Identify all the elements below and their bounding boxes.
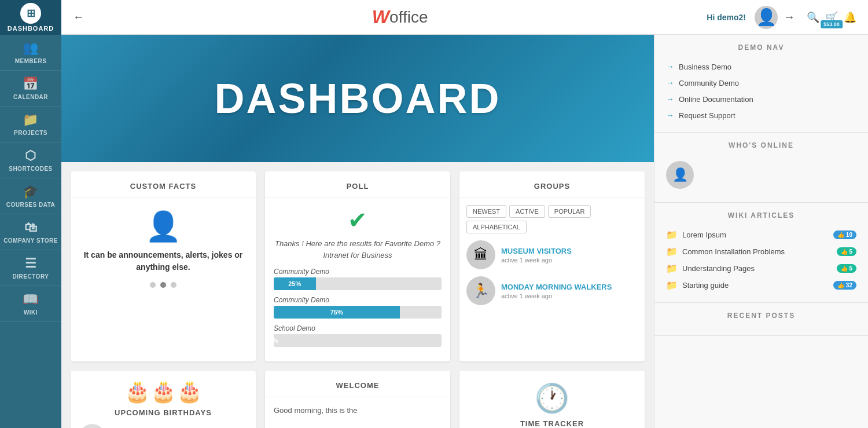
time-tracker-body: 🕐 TIME TRACKER	[459, 371, 645, 428]
folder-icon-pages: 📁	[666, 263, 678, 274]
sidebar-label-projects: PROJECTS	[14, 130, 47, 136]
demo-nav-online-docs[interactable]: → Online Documentation	[666, 91, 856, 107]
wiki-label-install: Common Installation Problems	[682, 247, 832, 256]
poll-card: POLL ✔ Thanks ! Here are the results for…	[265, 171, 450, 361]
right-panel: DEMO NAV → Business Demo → Community Dem…	[654, 35, 868, 428]
demo-nav-community[interactable]: → Community Demo	[666, 75, 856, 91]
online-user-avatar: 👤	[666, 161, 694, 189]
poll-option-3-label: School Demo	[274, 324, 442, 332]
birthday-avatar-oliver: 👤	[79, 424, 105, 428]
group-name-walkers[interactable]: MONDAY MORNING WALKERS	[501, 283, 612, 291]
wiki-icon: 📖	[23, 292, 39, 307]
dashboard-logo-icon: ⊞	[20, 3, 41, 24]
wiki-item-install[interactable]: 📁 Common Installation Problems 👍 5	[666, 243, 856, 260]
sidebar-item-shortcodes[interactable]: ⬡ SHORTCODES	[0, 142, 61, 178]
wiki-item-starting[interactable]: 📁 Starting guide 👍 32	[666, 277, 856, 294]
time-tracker-title: TIME TRACKER	[520, 419, 584, 428]
groups-tab-newest[interactable]: NEWEST	[466, 205, 506, 218]
birthdays-title: UPCOMING BIRTHDAYS	[115, 408, 212, 417]
logo-w: W	[372, 6, 389, 28]
custom-facts-body: 👤 It can be announcements, alerts, jokes…	[71, 198, 256, 299]
back-button[interactable]: ←	[73, 10, 84, 24]
demo-nav-title: DEMO NAV	[666, 43, 856, 52]
sidebar-label-calendar: CALENDAR	[13, 94, 48, 100]
poll-bar-fill-1: 25%	[274, 277, 316, 290]
group-name-museum[interactable]: MUSEUM VISITORS	[501, 247, 572, 255]
group-status-museum: active 1 week ago	[501, 257, 572, 264]
recent-posts-title: RECENT POSTS	[666, 312, 856, 320]
wiki-label-starting: Starting guide	[682, 281, 829, 290]
search-icon[interactable]: 🔍	[807, 11, 819, 24]
projects-icon: 📁	[23, 112, 39, 127]
group-item-museum: 🏛 MUSEUM VISITORS active 1 week ago	[466, 240, 638, 269]
online-user: 👤	[666, 156, 856, 193]
demo-nav-label-community: Community Demo	[679, 79, 739, 87]
sidebar-item-company-store[interactable]: 🛍 COMPANY STORE	[0, 214, 61, 250]
wiki-label-lorem: Lorem Ipsum	[682, 231, 829, 239]
sidebar-item-members[interactable]: 👥 MEMBERS	[0, 35, 61, 71]
welcome-text: Good morning, this is the	[274, 406, 442, 415]
poll-option-1-label: Community Demo	[274, 268, 442, 276]
poll-option-2-label: Community Demo	[274, 296, 442, 304]
demo-nav-label-support: Request Support	[679, 111, 735, 120]
sidebar-item-projects[interactable]: 📁 PROJECTS	[0, 107, 61, 142]
topbar-username: demo2!	[717, 13, 746, 22]
dashboard-title: DASHBOARD	[215, 75, 501, 122]
sidebar-label-directory: DIRECTORY	[13, 273, 49, 280]
custom-facts-header: CUSTOM FACTS	[71, 171, 256, 198]
arrow-icon-community: →	[666, 78, 674, 87]
whos-online-title: WHO'S ONLINE	[666, 141, 856, 149]
sidebar-item-directory[interactable]: ☰ DIRECTORY	[0, 250, 61, 286]
bell-icon[interactable]: 🔔	[844, 11, 856, 24]
welcome-body: Good morning, this is the	[265, 397, 450, 423]
birthday-cake-icon: 🎂🎂🎂	[124, 379, 203, 404]
fact-dot-2[interactable]	[160, 282, 166, 288]
group-info-walkers: MONDAY MORNING WALKERS active 1 week ago	[501, 283, 612, 299]
sidebar-item-wiki[interactable]: 📖 WIKI	[0, 286, 61, 322]
topbar-right: Hi demo2! 👤	[707, 6, 778, 29]
wiki-articles-title: WIKI ARTICLES	[666, 211, 856, 220]
poll-header: POLL	[265, 171, 450, 198]
poll-body: ✔ Thanks ! Here are the results for Favo…	[265, 198, 450, 361]
demo-nav-label-docs: Online Documentation	[679, 95, 753, 104]
shortcodes-icon: ⬡	[25, 148, 36, 163]
groups-tabs: NEWEST ACTIVE POPULAR ALPHABETICAL	[466, 205, 638, 233]
demo-nav-label-business: Business Demo	[679, 63, 731, 71]
wiki-item-pages[interactable]: 📁 Understanding Pages 👍 5	[666, 260, 856, 277]
fact-dot-1[interactable]	[150, 282, 156, 288]
poll-bar-bg-2: 75%	[274, 306, 442, 319]
sidebar-logo[interactable]: ⊞ DASHBOARD	[0, 0, 61, 35]
sidebar: ⊞ DASHBOARD 👥 MEMBERS 📅 CALENDAR 📁 PROJE…	[0, 0, 61, 428]
custom-facts-card: CUSTOM FACTS 👤 It can be announcements, …	[71, 171, 256, 361]
wiki-item-lorem[interactable]: 📁 Lorem Ipsum 👍 10	[666, 226, 856, 243]
forward-button[interactable]: →	[784, 10, 795, 24]
user-avatar[interactable]: 👤	[755, 6, 778, 29]
group-info-museum: MUSEUM VISITORS active 1 week ago	[501, 247, 572, 264]
poll-option-3: School Demo 0%	[274, 324, 442, 347]
fact-user-icon: 👤	[145, 210, 181, 243]
sidebar-item-courses-data[interactable]: 🎓 COURSES DATA	[0, 178, 61, 214]
fact-dot-3[interactable]	[171, 282, 176, 288]
groups-header: GROUPS	[459, 171, 645, 198]
arrow-icon-support: →	[666, 111, 674, 120]
demo-nav-support[interactable]: → Request Support	[666, 107, 856, 123]
demo-nav-business[interactable]: → Business Demo	[666, 58, 856, 75]
dashboard-hero: DASHBOARD	[61, 35, 654, 162]
folder-icon-install: 📁	[666, 246, 678, 257]
group-avatar-museum: 🏛	[466, 240, 495, 269]
groups-body: NEWEST ACTIVE POPULAR ALPHABETICAL 🏛 MUS…	[459, 198, 645, 319]
groups-tab-active[interactable]: ACTIVE	[509, 205, 545, 218]
groups-tab-popular[interactable]: POPULAR	[548, 205, 591, 218]
calendar-icon: 📅	[23, 76, 39, 92]
groups-tab-alphabetical[interactable]: ALPHABETICAL	[466, 221, 527, 233]
sidebar-label-courses: COURSES DATA	[6, 202, 56, 208]
clock-icon: 🕐	[535, 382, 569, 415]
logo-office: office	[389, 8, 428, 27]
demo-nav-section: DEMO NAV → Business Demo → Community Dem…	[654, 35, 868, 133]
cart-icon[interactable]: 🛒 $53.00	[825, 11, 838, 24]
main-area: ← Woffice Hi demo2! 👤 → 🔍 🛒 $53.00 🔔 DAS	[61, 0, 868, 428]
sidebar-item-calendar[interactable]: 📅 CALENDAR	[0, 71, 61, 107]
welcome-card: WELCOME Good morning, this is the	[265, 371, 450, 428]
members-icon: 👥	[23, 41, 39, 56]
birthday-item-oliver: 👤 Oliver Field (47) on February 14	[79, 424, 247, 428]
